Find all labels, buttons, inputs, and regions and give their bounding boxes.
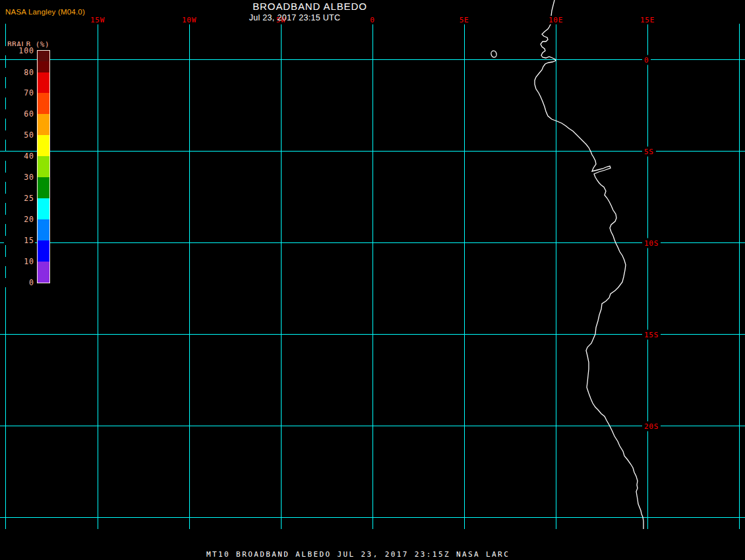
colorbar-tick-25: 25 xyxy=(4,194,35,203)
colorbar-segment-70-80 xyxy=(38,72,49,93)
colorbar-tick-100: 100 xyxy=(4,46,35,55)
colorbar-segment-25-30 xyxy=(38,177,49,198)
colorbar-segment-30-40 xyxy=(38,156,49,177)
colorbar-segment-90-100 xyxy=(38,51,49,61)
coastline-path xyxy=(535,0,643,529)
lon-label-10W: 10W xyxy=(181,16,197,24)
footer-caption: MT10 BROADBAND ALBEDO JUL 23, 2017 23:15… xyxy=(206,550,510,559)
colorbar-segment-60-70 xyxy=(38,93,49,114)
lon-label-0: 0 xyxy=(369,16,375,24)
island-outline xyxy=(491,50,497,58)
colorbar-segment-80-90 xyxy=(38,61,49,72)
timestamp-label: Jul 23, 2017 23:15 UTC xyxy=(249,13,341,22)
colorbar-tick-0: 0 xyxy=(4,278,35,287)
lat-label-10S: 10S xyxy=(642,238,661,248)
colorbar-tick-40: 40 xyxy=(4,152,35,161)
lon-label-5E: 5E xyxy=(459,16,470,24)
colorbar xyxy=(37,50,50,283)
lon-label-10E: 10E xyxy=(548,16,564,24)
lat-label-15S: 15S xyxy=(642,329,661,339)
colorbar-tick-50: 50 xyxy=(4,130,35,140)
lon-label-15W: 15W xyxy=(90,16,105,24)
colorbar-segment-40-50 xyxy=(38,135,49,156)
colorbar-tick-20: 20 xyxy=(4,215,35,224)
colorbar-segment-15-20 xyxy=(38,219,49,240)
lat-label-0: 0 xyxy=(642,55,651,65)
lat-label-5S: 5S xyxy=(642,146,656,156)
colorbar-tick-60: 60 xyxy=(4,109,35,119)
albedo-map-screen: NASA Langley (M04.0) BROADBAND ALBEDO Ju… xyxy=(0,0,745,560)
credit-label: NASA Langley (M04.0) xyxy=(5,8,85,16)
colorbar-segment-20-25 xyxy=(38,198,49,219)
map-canvas xyxy=(0,0,745,560)
colorbar-segment-10-15 xyxy=(38,240,49,262)
colorbar-tick-15: 15 xyxy=(4,236,35,245)
colorbar-tick-70: 70 xyxy=(4,88,35,98)
colorbar-tick-30: 30 xyxy=(4,173,35,182)
colorbar-segment-0-10 xyxy=(38,262,49,283)
colorbar-segment-50-60 xyxy=(38,114,49,135)
page-title: BROADBAND ALBEDO xyxy=(253,1,367,12)
colorbar-tick-80: 80 xyxy=(4,68,35,77)
colorbar-tick-10: 10 xyxy=(4,257,35,266)
lon-label-15E: 15E xyxy=(640,16,655,24)
lat-label-20S: 20S xyxy=(642,421,661,431)
